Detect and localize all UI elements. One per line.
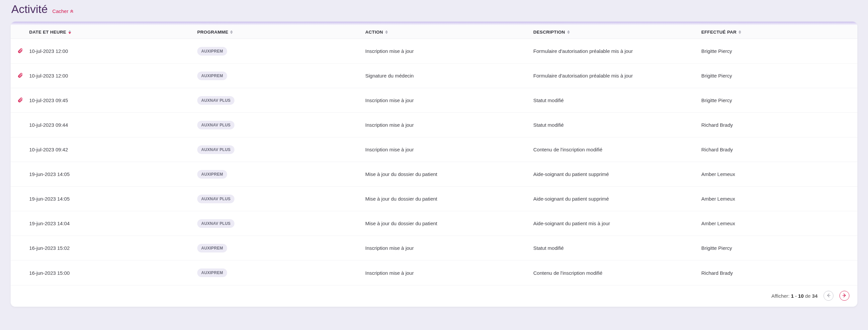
programme-cell: AUXIPREM xyxy=(197,47,365,56)
programme-badge: AUXNAV PLUS xyxy=(197,121,235,130)
table-row[interactable]: 19-jun-2023 14:04AUXNAV PLUSMise à jour … xyxy=(11,211,857,236)
display-label: Afficher: xyxy=(771,293,789,299)
programme-badge: AUXNAV PLUS xyxy=(197,219,235,228)
table-row[interactable]: 10-jul-2023 09:44AUXNAV PLUSInscription … xyxy=(11,113,857,137)
performed-by-cell: Amber Lemeux xyxy=(701,221,857,226)
programme-badge: AUXIPREM xyxy=(197,170,227,178)
programme-badge: AUXIPREM xyxy=(197,244,227,252)
date-cell: 16-jun-2023 15:02 xyxy=(29,245,197,251)
arrow-right-icon xyxy=(842,293,847,299)
description-cell: Aide-soignant du patient mis à jour xyxy=(533,221,701,226)
header-performed-by-label: EFFECTUÉ PAR xyxy=(701,30,737,35)
programme-cell: AUXIPREM xyxy=(197,244,365,252)
action-cell: Mise à jour du dossier du patient xyxy=(365,196,533,201)
performed-by-cell: Richard Brady xyxy=(701,147,857,153)
date-cell: 10-jul-2023 09:45 xyxy=(29,98,197,103)
table-header-row: DATE ET HEURE PROGRAMME ACTION xyxy=(11,26,857,39)
programme-cell: AUXIPREM xyxy=(197,72,365,80)
table-row[interactable]: 10-jul-2023 12:00AUXIPREMSignature du mé… xyxy=(11,63,857,88)
header-action[interactable]: ACTION xyxy=(365,30,533,35)
next-page-button[interactable] xyxy=(839,291,849,301)
programme-cell: AUXIPREM xyxy=(197,170,365,178)
sort-icon xyxy=(68,30,71,34)
programme-badge: AUXNAV PLUS xyxy=(197,195,235,203)
attachment-cell xyxy=(11,97,29,104)
action-cell: Inscription mise à jour xyxy=(365,270,533,276)
performed-by-cell: Brigitte Piercy xyxy=(701,48,857,54)
attachment-cell xyxy=(11,48,29,55)
date-cell: 10-jul-2023 09:42 xyxy=(29,147,197,153)
table-row[interactable]: 10-jul-2023 09:42AUXNAV PLUSInscription … xyxy=(11,137,857,162)
table-row[interactable]: 16-jun-2023 15:02AUXIPREMInscription mis… xyxy=(11,236,857,260)
header-action-label: ACTION xyxy=(365,30,383,35)
header-performed-by[interactable]: EFFECTUÉ PAR xyxy=(701,30,857,35)
performed-by-cell: Brigitte Piercy xyxy=(701,73,857,79)
programme-cell: AUXNAV PLUS xyxy=(197,121,365,130)
pagination-text: Afficher: 1 - 10 de 34 xyxy=(771,293,817,299)
table-row[interactable]: 10-jul-2023 12:00AUXIPREMInscription mis… xyxy=(11,39,857,63)
table-row[interactable]: 16-jun-2023 15:00AUXIPREMInscription mis… xyxy=(11,260,857,285)
programme-badge: AUXIPREM xyxy=(197,72,227,80)
activity-table: DATE ET HEURE PROGRAMME ACTION xyxy=(11,26,857,307)
programme-cell: AUXNAV PLUS xyxy=(197,96,365,105)
page-total: 34 xyxy=(812,293,817,299)
performed-by-cell: Brigitte Piercy xyxy=(701,98,857,103)
programme-badge: AUXIPREM xyxy=(197,47,227,56)
programme-badge: AUXNAV PLUS xyxy=(197,145,235,154)
paperclip-icon[interactable] xyxy=(17,73,23,79)
header-programme-label: PROGRAMME xyxy=(197,30,228,35)
pagination-footer: Afficher: 1 - 10 de 34 xyxy=(11,285,857,307)
programme-badge: AUXNAV PLUS xyxy=(197,96,235,105)
action-cell: Inscription mise à jour xyxy=(365,147,533,153)
hide-toggle-link[interactable]: Cacher xyxy=(53,8,74,14)
description-cell: Contenu de l'inscription modifié xyxy=(533,270,701,276)
action-cell: Inscription mise à jour xyxy=(365,48,533,54)
description-cell: Statut modifié xyxy=(533,98,701,103)
prev-page-button[interactable] xyxy=(824,291,834,301)
attachment-cell xyxy=(11,73,29,79)
description-cell: Aide-soignant du patient supprimé xyxy=(533,196,701,201)
date-cell: 19-jun-2023 14:05 xyxy=(29,196,197,201)
description-cell: Statut modifié xyxy=(533,122,701,128)
performed-by-cell: Richard Brady xyxy=(701,122,857,128)
hide-toggle-label: Cacher xyxy=(53,8,68,14)
description-cell: Formulaire d'autorisation préalable mis … xyxy=(533,48,701,54)
sort-icon xyxy=(739,30,741,34)
action-cell: Inscription mise à jour xyxy=(365,98,533,103)
header-programme[interactable]: PROGRAMME xyxy=(197,30,365,35)
header-description[interactable]: DESCRIPTION xyxy=(533,30,701,35)
table-row[interactable]: 10-jul-2023 09:45AUXNAV PLUSInscription … xyxy=(11,88,857,113)
performed-by-cell: Richard Brady xyxy=(701,270,857,276)
page-title: Activité xyxy=(11,3,48,16)
arrow-left-icon xyxy=(826,293,831,299)
paperclip-icon[interactable] xyxy=(17,97,23,104)
description-cell: Contenu de l'inscription modifié xyxy=(533,147,701,153)
table-row[interactable]: 19-jun-2023 14:05AUXIPREMMise à jour du … xyxy=(11,162,857,187)
action-cell: Signature du médecin xyxy=(365,73,533,79)
programme-cell: AUXNAV PLUS xyxy=(197,219,365,228)
header-attach-spacer xyxy=(11,30,29,35)
programme-cell: AUXNAV PLUS xyxy=(197,145,365,154)
table-body: 10-jul-2023 12:00AUXIPREMInscription mis… xyxy=(11,39,857,285)
header-date-label: DATE ET HEURE xyxy=(29,30,66,35)
activity-panel: DATE ET HEURE PROGRAMME ACTION xyxy=(11,22,857,307)
action-cell: Mise à jour du dossier du patient xyxy=(365,171,533,177)
date-cell: 10-jul-2023 09:44 xyxy=(29,122,197,128)
programme-badge: AUXIPREM xyxy=(197,269,227,277)
action-cell: Inscription mise à jour xyxy=(365,245,533,251)
date-cell: 19-jun-2023 14:04 xyxy=(29,221,197,226)
performed-by-cell: Amber Lemeux xyxy=(701,196,857,201)
of-label: de xyxy=(805,293,811,299)
header-date[interactable]: DATE ET HEURE xyxy=(29,30,197,35)
date-cell: 19-jun-2023 14:05 xyxy=(29,171,197,177)
page-to: 10 xyxy=(798,293,804,299)
paperclip-icon[interactable] xyxy=(17,48,23,55)
header-description-label: DESCRIPTION xyxy=(533,30,565,35)
date-cell: 16-jun-2023 15:00 xyxy=(29,270,197,276)
performed-by-cell: Brigitte Piercy xyxy=(701,245,857,251)
date-cell: 10-jul-2023 12:00 xyxy=(29,48,197,54)
action-cell: Inscription mise à jour xyxy=(365,122,533,128)
date-cell: 10-jul-2023 12:00 xyxy=(29,73,197,79)
performed-by-cell: Amber Lemeux xyxy=(701,171,857,177)
table-row[interactable]: 19-jun-2023 14:05AUXNAV PLUSMise à jour … xyxy=(11,187,857,211)
